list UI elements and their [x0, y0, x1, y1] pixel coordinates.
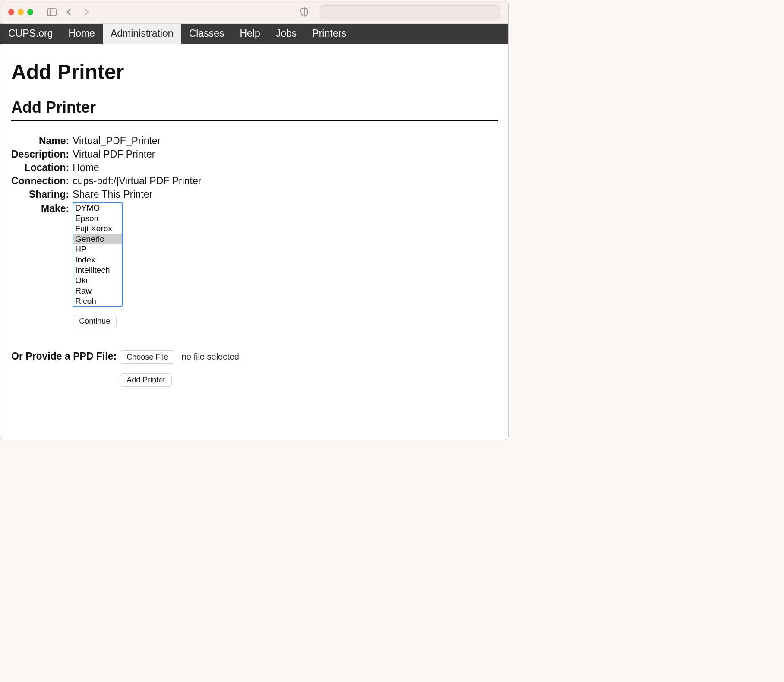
window-close-button[interactable] [8, 9, 14, 15]
make-option-raw[interactable]: Raw [73, 286, 122, 296]
privacy-shield-icon[interactable] [300, 7, 309, 17]
label-location: Location: [11, 161, 73, 174]
nav-back-icon[interactable] [63, 6, 76, 18]
make-option-index[interactable]: Index [73, 255, 122, 265]
file-status: no file selected [182, 352, 239, 361]
ppd-form: Or Provide a PPD File: Choose File no fi… [11, 350, 239, 388]
label-sharing: Sharing: [11, 188, 73, 201]
nav-forward-icon[interactable] [80, 6, 93, 18]
printer-form: Name: Virtual_PDF_Printer Description: V… [11, 134, 201, 329]
make-option-dymo[interactable]: DYMO [73, 203, 122, 213]
section-rule [11, 120, 498, 121]
value-name: Virtual_PDF_Printer [73, 134, 201, 148]
url-bar[interactable] [319, 5, 500, 19]
value-sharing: Share This Printer [73, 188, 201, 201]
nav-item-jobs[interactable]: Jobs [268, 24, 305, 44]
nav-item-administration[interactable]: Administration [103, 24, 181, 44]
continue-button[interactable]: Continue [73, 315, 117, 328]
section-title: Add Printer [11, 98, 498, 117]
nav-item-cups-org[interactable]: CUPS.org [0, 24, 61, 44]
label-connection: Connection: [11, 174, 73, 188]
nav-item-home[interactable]: Home [61, 24, 103, 44]
nav-item-classes[interactable]: Classes [181, 24, 232, 44]
label-make: Make: [11, 201, 73, 329]
sidebar-toggle-icon[interactable] [45, 6, 58, 18]
page-content: Add Printer Add Printer Name: Virtual_PD… [0, 44, 508, 440]
make-option-generic[interactable]: Generic [73, 234, 122, 244]
window-zoom-button[interactable] [27, 9, 33, 15]
top-nav: CUPS.orgHomeAdministrationClassesHelpJob… [0, 24, 508, 44]
make-select[interactable]: DYMOEpsonFuji XeroxGenericHPIndexIntelli… [73, 202, 123, 307]
make-option-epson[interactable]: Epson [73, 213, 122, 224]
choose-file-button[interactable]: Choose File [120, 350, 174, 364]
browser-window: CUPS.orgHomeAdministrationClassesHelpJob… [0, 0, 509, 440]
svg-rect-0 [47, 9, 56, 16]
value-connection: cups-pdf:/|Virtual PDF Printer [73, 174, 201, 188]
label-name: Name: [11, 134, 73, 148]
make-option-ricoh[interactable]: Ricoh [73, 296, 122, 306]
window-minimize-button[interactable] [18, 9, 24, 15]
make-option-fuji-xerox[interactable]: Fuji Xerox [73, 224, 122, 234]
page-title: Add Printer [11, 60, 498, 84]
label-ppd: Or Provide a PPD File: [11, 350, 120, 388]
window-traffic-lights [8, 9, 33, 15]
value-location: Home [73, 161, 201, 174]
value-description: Virtual PDF Printer [73, 148, 201, 161]
window-titlebar [0, 0, 508, 24]
make-option-intellitech[interactable]: Intellitech [73, 265, 122, 275]
make-option-hp[interactable]: HP [73, 244, 122, 255]
make-option-oki[interactable]: Oki [73, 275, 122, 286]
label-description: Description: [11, 148, 73, 161]
add-printer-button[interactable]: Add Printer [120, 373, 172, 387]
nav-item-printers[interactable]: Printers [304, 24, 354, 44]
nav-item-help[interactable]: Help [232, 24, 268, 44]
